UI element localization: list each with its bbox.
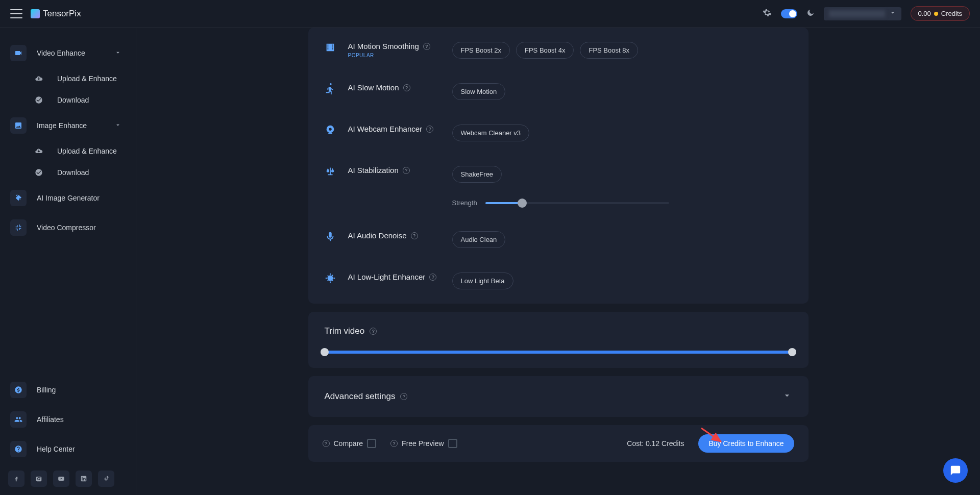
brand-logo[interactable]: TensorPix [31,9,81,19]
user-email [829,10,885,17]
gear-icon[interactable] [763,8,772,19]
check-circle-icon [35,168,43,177]
popular-badge: POPULAR [348,53,440,58]
trim-slider[interactable] [325,351,792,354]
user-menu[interactable] [824,7,901,20]
help-icon[interactable]: ? [426,126,433,133]
cloud-upload-icon [35,147,43,155]
credits-value: 0.00 [918,10,931,17]
sidebar-item-affiliates[interactable]: Affiliates [8,406,128,433]
users-icon [10,411,27,428]
strength-slider[interactable] [485,202,669,204]
slider-thumb[interactable] [518,199,527,208]
theme-toggle[interactable] [781,9,797,18]
compare-checkbox[interactable] [367,439,376,448]
preview-checkbox[interactable] [448,439,457,448]
check-circle-icon [35,96,43,104]
help-icon[interactable]: ? [429,274,436,281]
sidebar-item-image-enhance[interactable]: Image Enhance [8,112,128,139]
sidebar-item-ai-image-generator[interactable]: AI Image Generator [8,185,128,211]
free-preview-option[interactable]: ? Free Preview [390,439,457,448]
advanced-card[interactable]: Advanced settings? [308,376,808,417]
app-header: TensorPix 0.00 Credits [0,0,980,28]
chip-fps-4x[interactable]: FPS Boost 4x [516,42,574,59]
sidebar-item-upload-enhance-img[interactable]: Upload & Enhance [8,142,128,160]
help-icon[interactable]: ? [403,84,410,91]
help-icon [10,441,27,457]
balance-icon [325,166,336,177]
youtube-icon[interactable] [53,471,69,487]
webcam-icon [325,125,336,136]
credits-dot-icon [934,12,938,16]
chevron-down-icon [114,49,121,58]
chat-widget[interactable] [943,458,968,483]
wand-icon [10,190,27,206]
chip-fps-8x[interactable]: FPS Boost 8x [580,42,638,59]
help-icon[interactable]: ? [400,393,407,400]
sidebar-item-billing[interactable]: Billing [8,377,128,403]
runner-icon [325,83,336,94]
cost-label: Cost: 0.12 Credits [627,439,684,448]
dollar-icon [10,382,27,398]
credits-label: Credits [941,10,962,17]
help-icon[interactable]: ? [390,440,398,447]
mic-icon [325,231,336,242]
linkedin-icon[interactable] [76,471,92,487]
chat-icon [950,465,961,476]
feature-audio-denoise: AI Audio Denoise? Audio Clean [325,219,792,260]
trim-handle-start[interactable] [321,348,329,356]
help-icon[interactable]: ? [370,328,377,335]
chip-fps-2x[interactable]: FPS Boost 2x [452,42,510,59]
chip-shakefree[interactable]: ShakeFree [452,166,502,183]
chip-slow-motion[interactable]: Slow Motion [452,83,506,100]
chip-webcam-cleaner[interactable]: Webcam Cleaner v3 [452,125,530,141]
help-icon[interactable]: ? [323,440,330,447]
film-icon [325,42,336,53]
sidebar-item-video-enhance[interactable]: Video Enhance [8,40,128,66]
brightness-icon [325,273,336,284]
feature-webcam-enhancer: AI Webcam Enhancer? Webcam Cleaner v3 [325,112,792,154]
credits-pill[interactable]: 0.00 Credits [911,6,970,21]
chip-low-light[interactable]: Low Light Beta [452,273,513,289]
feature-motion-smoothing: AI Motion Smoothing? POPULAR FPS Boost 2… [325,42,792,71]
feature-slow-motion: AI Slow Motion? Slow Motion [325,71,792,112]
sidebar-item-video-compressor[interactable]: Video Compressor [8,214,128,241]
features-card: AI Motion Smoothing? POPULAR FPS Boost 2… [308,28,808,304]
sidebar-item-download[interactable]: Download [8,91,128,109]
feature-stabilization: AI Stabilization? ShakeFree Strength [325,154,792,219]
trim-handle-end[interactable] [788,348,796,356]
chevron-down-icon [114,121,121,130]
sidebar: Video Enhance Upload & Enhance Download … [0,28,136,495]
chip-audio-clean[interactable]: Audio Clean [452,231,506,248]
compare-option[interactable]: ? Compare [323,439,377,448]
action-bar: ? Compare ? Free Preview Cost: 0.12 Cred… [308,425,808,462]
logo-icon [31,9,40,18]
brand-name: TensorPix [43,9,81,19]
buy-credits-button[interactable]: Buy Credits to Enhance [698,434,794,453]
tiktok-icon[interactable] [98,471,114,487]
chevron-down-icon [889,9,896,18]
sidebar-item-upload-enhance[interactable]: Upload & Enhance [8,69,128,88]
moon-icon [806,9,815,19]
cloud-upload-icon [35,75,43,83]
help-icon[interactable]: ? [403,167,410,174]
help-icon[interactable]: ? [423,43,430,50]
image-icon [10,117,27,134]
compress-icon [10,219,27,236]
sidebar-item-download-img[interactable]: Download [8,163,128,182]
strength-label: Strength [452,199,477,207]
help-icon[interactable]: ? [411,232,418,239]
trim-card: Trim video? [308,312,808,368]
hamburger-menu[interactable] [10,9,22,18]
facebook-icon[interactable] [8,471,24,487]
feature-low-light: AI Low-Light Enhancer? Low Light Beta [325,260,792,289]
main-content: AI Motion Smoothing? POPULAR FPS Boost 2… [136,28,980,495]
chevron-down-icon [782,390,792,403]
instagram-icon[interactable] [31,471,47,487]
sidebar-item-help-center[interactable]: Help Center [8,436,128,462]
video-icon [10,45,27,61]
